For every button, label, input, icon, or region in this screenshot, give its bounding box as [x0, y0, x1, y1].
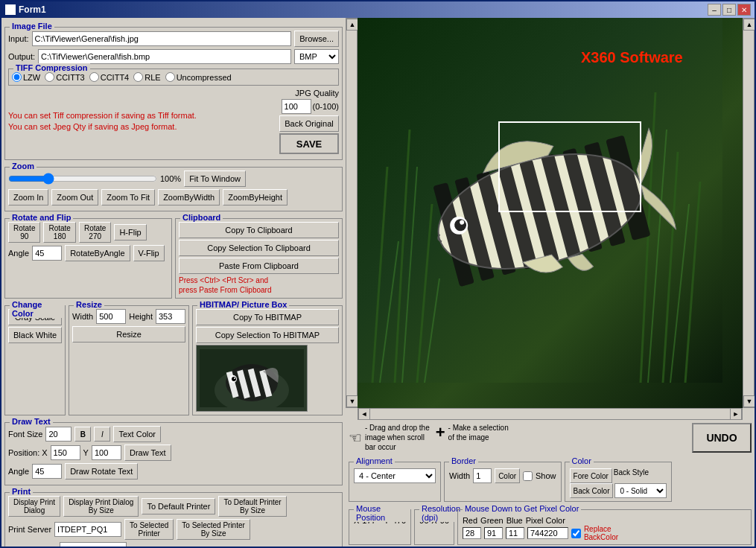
vertical-scrollbar-right[interactable]: ▲ ▼	[743, 18, 755, 408]
window-title: Form1	[19, 4, 46, 15]
zoom-in-button[interactable]: Zoom In	[8, 189, 48, 206]
hint-area: You can set Tiff compression if saving a…	[8, 110, 276, 133]
replace-label: ReplaceBackColor	[584, 525, 618, 541]
draw-angle-input[interactable]	[32, 464, 62, 479]
to-default-printer-size-button[interactable]: To Default Printer By Size	[218, 496, 286, 517]
display-print-dialog-size-button[interactable]: Display Print Dialog By Size	[63, 496, 139, 517]
scroll-track-v[interactable]	[346, 31, 357, 395]
to-selected-printer-size-button[interactable]: To Selected Printer By Size	[177, 519, 250, 540]
zoom-to-fit-button[interactable]: Zoom To Fit	[101, 189, 155, 206]
pixel-color-value: 744220	[527, 527, 568, 539]
copy-to-clipboard-button[interactable]: Copy To Clipboard	[179, 222, 339, 238]
pos-x-input[interactable]	[51, 445, 80, 460]
browse-button[interactable]: Browse...	[294, 31, 339, 47]
angle-label: Angle	[8, 249, 29, 258]
draw-rotate-text-button[interactable]: Draw Rotate Text	[65, 463, 138, 480]
scroll-down-right-button[interactable]: ▼	[743, 395, 755, 407]
rotate270-button[interactable]: Rotate 270	[79, 222, 111, 243]
maximize-button[interactable]: □	[722, 4, 736, 16]
svg-point-8	[232, 377, 236, 381]
scroll-up-right-button[interactable]: ▲	[743, 19, 755, 31]
hand-cursor-icon: ☜	[349, 429, 362, 447]
zoom-percent: 100%	[160, 174, 181, 183]
rotate-angle-row: Angle RotateByAngle V-Flip	[8, 245, 168, 261]
jpg-quality-input[interactable]	[282, 99, 311, 114]
bottom-area: ☜ - Drag and drop theimage when scrollba…	[346, 420, 755, 456]
scroll-track-right[interactable]	[743, 31, 754, 395]
display-print-dialog-button[interactable]: Display Print Dialog	[8, 496, 60, 517]
back-original-button[interactable]: Back Original	[279, 115, 339, 132]
back-color-row: Back Color 0 - Solid 1 - Transparent	[570, 483, 667, 498]
pos-y-input[interactable]	[92, 445, 121, 460]
rotate90-button[interactable]: Rotate 90	[8, 222, 40, 243]
paste-from-clipboard-button[interactable]: Paste From Clipboard	[179, 258, 339, 274]
text-color-button[interactable]: Text Color	[113, 426, 161, 442]
copy-selection-button[interactable]: Copy Selection To Clipboard	[179, 240, 339, 256]
copy-to-hbitmap-button[interactable]: Copy To HBITMAP	[196, 309, 339, 325]
ccitt4-radio[interactable]	[89, 72, 99, 82]
rle-radio-item: RLE	[133, 72, 160, 82]
clipboard-hint: Press <Ctrl> <Prt Scr> andpress Paste Fr…	[179, 275, 339, 295]
ccitt3-radio[interactable]	[45, 72, 54, 82]
print-title: Print	[10, 487, 33, 496]
to-selected-printer-button[interactable]: To Selected Printer	[124, 519, 174, 540]
color-buttons: Fore Color Back Style	[570, 468, 667, 483]
angle-input[interactable]	[32, 246, 62, 261]
zoom-slider[interactable]	[8, 173, 157, 185]
border-color-button[interactable]: Color	[495, 468, 520, 483]
width-input[interactable]	[96, 309, 126, 324]
draw-text-button[interactable]: Draw Text	[124, 445, 171, 461]
fit-to-window-button[interactable]: Fit To Window	[184, 171, 246, 187]
scroll-down-button[interactable]: ▼	[346, 395, 358, 407]
rle-radio[interactable]	[133, 72, 143, 82]
copy-selection-hbitmap-button[interactable]: Copy Selection To HBITMAP	[196, 327, 339, 343]
rotate-clipboard-row: Rotate and Flip Rotate 90 Rotate 180 Rot…	[4, 214, 343, 299]
ccitt3-label: CCITT3	[56, 73, 85, 82]
output-field[interactable]	[38, 49, 291, 64]
vflip-button[interactable]: V-Flip	[133, 245, 165, 261]
scroll-right-button[interactable]: ►	[730, 408, 742, 420]
back-style-label: Back Style	[614, 468, 649, 483]
border-width-input[interactable]	[473, 468, 492, 483]
bold-button[interactable]: B	[74, 427, 91, 442]
alignment-select[interactable]: 4 - Center 0 - Top Left 1 - Top	[354, 468, 436, 483]
resize-button[interactable]: Resize	[72, 326, 185, 342]
input-field[interactable]	[32, 31, 292, 46]
uncompressed-radio[interactable]	[165, 72, 175, 82]
zoom-out-button[interactable]: Zoom Out	[51, 189, 98, 206]
font-size-input[interactable]	[45, 427, 72, 442]
lzw-radio[interactable]	[12, 72, 22, 82]
border-row: Width Color Show	[449, 468, 556, 483]
minimize-button[interactable]: –	[708, 4, 721, 16]
print-server-input[interactable]	[54, 522, 121, 537]
back-color-button[interactable]: Back Color	[570, 483, 614, 498]
output-row: Output: BMPJPGTIFPNG	[8, 49, 339, 64]
ccitt3-radio-item: CCITT3	[45, 72, 85, 82]
vertical-scrollbar[interactable]: ▲ ▼	[346, 18, 358, 408]
back-style-select[interactable]: 0 - Solid 1 - Transparent	[614, 483, 667, 498]
scroll-up-button[interactable]: ▲	[346, 19, 358, 31]
italic-button[interactable]: I	[94, 427, 110, 442]
scroll-left-button[interactable]: ◄	[358, 408, 370, 420]
format-select[interactable]: BMPJPGTIFPNG	[294, 49, 339, 64]
height-input[interactable]	[156, 309, 185, 324]
jpg-quality-section: JPG Quality (0-100) Back Original SAVE	[279, 89, 339, 154]
fore-color-button[interactable]: Fore Color	[570, 468, 612, 483]
jpg-quality-row2: JPG Quality	[295, 89, 339, 98]
border-show-checkbox[interactable]	[523, 471, 533, 481]
printer-name-input[interactable]	[60, 542, 127, 547]
undo-button[interactable]: UNDO	[692, 423, 752, 453]
zoom-by-width-button[interactable]: ZoomByWidth	[158, 189, 220, 206]
to-default-printer-button[interactable]: To Default Printer	[142, 498, 215, 514]
horizontal-scrollbar[interactable]: ◄ ►	[358, 408, 743, 420]
close-button[interactable]: ✕	[737, 4, 751, 16]
zoom-by-height-button[interactable]: ZoomByHeight	[223, 189, 288, 206]
printer-name-row: Printer Name If you have not Print Serve…	[8, 542, 339, 547]
black-white-button[interactable]: Black White	[8, 327, 62, 343]
image-container: X360 Software	[358, 18, 743, 408]
replace-backcolor-checkbox[interactable]	[571, 529, 581, 538]
save-button[interactable]: SAVE	[279, 133, 339, 154]
hflip-button[interactable]: H-Flip	[114, 224, 146, 240]
rotate180-button[interactable]: Rotate 180	[43, 222, 75, 243]
rotate-by-angle-button[interactable]: RotateByAngle	[65, 245, 130, 261]
